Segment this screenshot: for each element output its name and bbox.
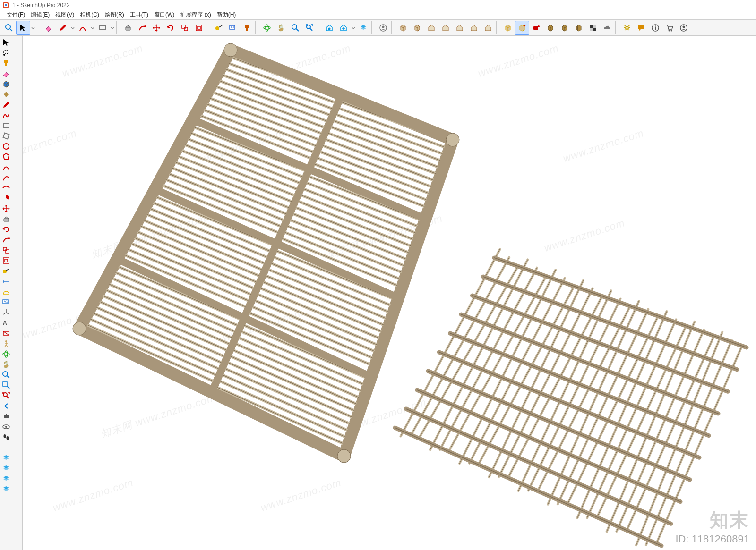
chat-icon[interactable]	[634, 21, 648, 35]
axes-icon[interactable]	[1, 307, 11, 318]
zoom-icon[interactable]	[288, 21, 302, 35]
rotate-tool-icon[interactable]	[1, 224, 11, 235]
look-around-icon[interactable]	[1, 422, 11, 432]
menu-ext[interactable]: 扩展程序 (x)	[177, 10, 214, 20]
rotated-rect-icon[interactable]	[1, 131, 11, 141]
pencil-icon[interactable]	[56, 21, 70, 35]
sandbox2-icon[interactable]	[1, 463, 11, 474]
scale-tool-icon[interactable]	[1, 245, 11, 255]
search-icon[interactable]	[2, 21, 16, 35]
layers-icon[interactable]	[356, 21, 370, 35]
style-icon[interactable]	[1, 89, 11, 100]
sandbox3-icon[interactable]	[1, 474, 11, 484]
3dtext-icon[interactable]: A	[1, 318, 11, 328]
section-icon[interactable]	[1, 328, 11, 338]
group-icon[interactable]	[501, 21, 515, 35]
followme-icon[interactable]	[135, 21, 149, 35]
orbit-icon[interactable]	[260, 21, 274, 35]
view-back-icon[interactable]	[438, 21, 453, 35]
freehand-icon[interactable]	[1, 110, 11, 120]
scale-icon[interactable]	[178, 21, 192, 35]
zoom-window-icon[interactable]	[1, 380, 11, 390]
menu-draw[interactable]: 绘图(R)	[102, 10, 127, 20]
tape-icon[interactable]	[212, 21, 226, 35]
view-iso-icon[interactable]	[396, 21, 410, 35]
followme-tool-icon[interactable]	[1, 235, 11, 245]
view-left-icon[interactable]	[453, 21, 467, 35]
protractor-icon[interactable]	[1, 287, 11, 297]
select-tool-icon[interactable]	[1, 37, 11, 48]
checker-icon[interactable]	[586, 21, 600, 35]
position-cam-icon[interactable]	[1, 411, 11, 422]
view-top-icon[interactable]	[410, 21, 424, 35]
rotate-icon[interactable]	[163, 21, 178, 35]
arc-dropdown-icon[interactable]	[90, 21, 95, 35]
menu-window[interactable]: 窗口(W)	[151, 10, 177, 20]
offset-icon[interactable]	[192, 21, 206, 35]
orbit-tool-icon[interactable]	[1, 349, 11, 359]
circle-tool-icon[interactable]	[1, 141, 11, 152]
rectangle-dropdown-icon[interactable]	[110, 21, 115, 35]
zoom-extents-icon[interactable]	[302, 21, 317, 35]
paint-icon[interactable]	[240, 21, 254, 35]
polygon-tool-icon[interactable]	[1, 152, 11, 162]
cloud-icon[interactable]	[600, 21, 614, 35]
cart-icon[interactable]	[662, 21, 677, 35]
text-tool-icon[interactable]: A1	[1, 297, 11, 307]
lasso-icon[interactable]	[1, 48, 11, 58]
arc-tool-icon[interactable]	[1, 162, 11, 172]
solid-cube2-icon[interactable]	[558, 21, 572, 35]
rectangle-tool-icon[interactable]	[1, 120, 11, 131]
ext-dropdown-icon[interactable]	[351, 21, 356, 35]
view-front-icon[interactable]	[424, 21, 438, 35]
walk-icon[interactable]	[1, 338, 11, 349]
view-bottom-icon[interactable]	[481, 21, 495, 35]
record-icon[interactable]	[529, 21, 543, 35]
3pt-arc-icon[interactable]	[1, 183, 11, 193]
sandbox1-icon[interactable]	[1, 453, 11, 463]
dimension-icon[interactable]	[1, 276, 11, 287]
pencil-dropdown-icon[interactable]	[70, 21, 76, 35]
select-tool-icon[interactable]	[16, 21, 30, 35]
menu-camera[interactable]: 相机(C)	[77, 10, 102, 20]
pan-icon[interactable]	[274, 21, 288, 35]
eraser-tool-icon[interactable]	[1, 68, 11, 79]
pushpull-icon[interactable]	[121, 21, 135, 35]
arc-icon[interactable]	[76, 21, 90, 35]
tape-tool-icon[interactable]	[1, 266, 11, 276]
viewport[interactable]: www.znzmo.com www.znzmo.com www.znzmo.co…	[23, 36, 756, 550]
eraser-icon[interactable]	[42, 21, 56, 35]
offset-tool-icon[interactable]	[1, 255, 11, 266]
warehouse-icon[interactable]	[322, 21, 336, 35]
text-icon[interactable]: A1	[226, 21, 240, 35]
info-icon[interactable]	[648, 21, 662, 35]
menu-file[interactable]: 文件(F)	[4, 10, 28, 20]
pan-tool-icon[interactable]	[1, 359, 11, 370]
pushpull-tool-icon[interactable]	[1, 214, 11, 224]
menu-help[interactable]: 帮助(H)	[214, 10, 239, 20]
user-icon[interactable]	[376, 21, 390, 35]
ext-warehouse-icon[interactable]	[336, 21, 351, 35]
move-tool-icon[interactable]	[1, 203, 11, 214]
zoom-tool-icon[interactable]	[1, 370, 11, 380]
move-icon[interactable]	[149, 21, 163, 35]
sandbox4-icon[interactable]	[1, 484, 11, 494]
view-right-icon[interactable]	[467, 21, 481, 35]
gear-icon[interactable]	[620, 21, 634, 35]
material-icon[interactable]	[1, 79, 11, 89]
pie-tool-icon[interactable]	[1, 193, 11, 203]
2pt-arc-icon[interactable]	[1, 172, 11, 183]
account-icon[interactable]	[677, 21, 691, 35]
walk-tool-icon[interactable]	[1, 432, 11, 442]
solid-cube-icon[interactable]	[543, 21, 558, 35]
menu-view[interactable]: 视图(V)	[52, 10, 77, 20]
rectangle-icon[interactable]	[95, 21, 110, 35]
zoom-ext-tool-icon[interactable]	[1, 390, 11, 401]
solid-group-icon[interactable]	[572, 21, 586, 35]
component-edit-icon[interactable]	[515, 21, 529, 35]
select-dropdown-icon[interactable]	[30, 21, 36, 35]
menu-edit[interactable]: 编辑(E)	[28, 10, 52, 20]
paint-face-icon[interactable]	[1, 58, 11, 68]
menu-tools[interactable]: 工具(T)	[127, 10, 151, 20]
line-tool-icon[interactable]	[1, 100, 11, 110]
